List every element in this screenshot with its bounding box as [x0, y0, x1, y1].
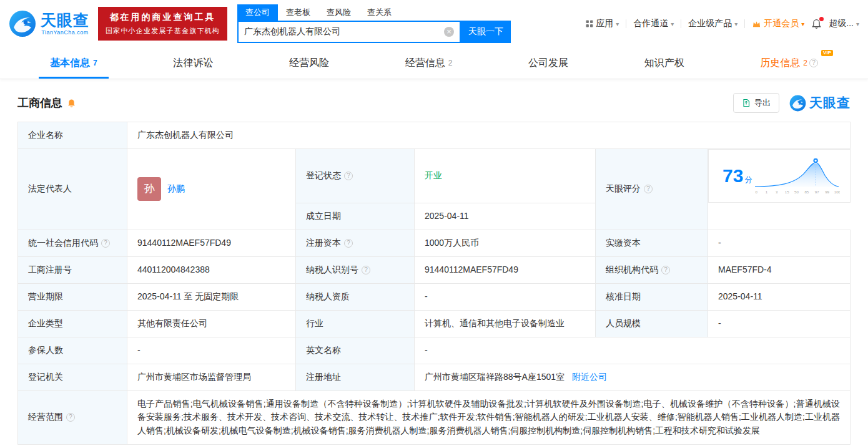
- nav-divider: [626, 19, 626, 28]
- nav-enterprise[interactable]: 企业级产品 ▾: [688, 18, 737, 29]
- search-input[interactable]: [244, 27, 444, 37]
- chevron-down-icon: ▾: [801, 21, 804, 27]
- nav-membership-label: 开通会员: [764, 18, 799, 29]
- tab-history-info[interactable]: VIP 历史信息 2 ?: [749, 47, 829, 79]
- paid-capital-label: 实缴资本: [606, 238, 641, 248]
- tab-operating-info[interactable]: 经营信息 2: [394, 47, 464, 79]
- clear-search-icon[interactable]: ×: [444, 27, 454, 37]
- business-scope-label: 经营范围: [28, 410, 63, 424]
- established-label: 成立日期: [306, 211, 341, 221]
- help-icon[interactable]: ?: [644, 185, 653, 193]
- monitor-bell-icon[interactable]: [67, 99, 76, 108]
- help-icon[interactable]: ?: [362, 266, 370, 274]
- approval-date-label: 核准日期: [606, 291, 641, 301]
- company-name-label: 企业名称: [28, 130, 63, 140]
- grid-icon: [586, 20, 593, 27]
- reg-authority-value: 广州市黄埔区市场监督管理局: [137, 372, 251, 382]
- nav-divider: [681, 19, 681, 28]
- tab-label: 基本信息: [50, 57, 90, 70]
- taxpayer-id-value: 91440112MAEF57FD49: [425, 264, 518, 274]
- credit-code-label: 统一社会信用代码: [28, 236, 98, 250]
- search-button[interactable]: 天眼一下: [461, 21, 511, 43]
- nav-partners[interactable]: 合作通道 ▾: [633, 18, 674, 29]
- svg-text:85: 85: [804, 190, 809, 194]
- paid-capital-value: -: [718, 238, 721, 248]
- brand-watermark[interactable]: 天眼查: [789, 94, 851, 112]
- staff-size-label: 人员规模: [606, 318, 641, 328]
- reg-number-label: 工商注册号: [28, 264, 72, 274]
- svg-text:1: 1: [765, 190, 767, 194]
- nav-enterprise-label: 企业级产品: [688, 18, 732, 29]
- table-row: 登记机关 广州市黄埔区市场监督管理局 注册地址 广州市黄埔区瑞祥路88号A座15…: [18, 364, 851, 390]
- help-icon[interactable]: ?: [66, 413, 75, 422]
- company-type-value: 其他有限责任公司: [137, 318, 207, 328]
- tab-company-development[interactable]: 公司发展: [517, 47, 579, 79]
- tab-count: 7: [93, 59, 97, 67]
- export-button[interactable]: 导出: [733, 93, 779, 113]
- chevron-down-icon: ▾: [671, 21, 674, 27]
- legal-rep-link[interactable]: 孙鹏: [167, 182, 185, 196]
- help-icon[interactable]: ?: [661, 266, 670, 274]
- search-tab-boss[interactable]: 查老板: [278, 4, 318, 21]
- nav-apps[interactable]: 应用 ▾: [586, 18, 619, 29]
- tab-label: 公司发展: [528, 57, 568, 70]
- promo-line1: 都在用的商业查询工具: [106, 12, 220, 23]
- nearby-companies-link[interactable]: 附近公司: [572, 372, 607, 382]
- svg-text:100: 100: [834, 190, 839, 194]
- table-row: 企业名称 广东杰创机器人有限公司: [18, 122, 851, 149]
- nav-divider: [744, 19, 745, 28]
- reg-status-value: 开业: [425, 170, 442, 180]
- reg-address-value: 广州市黄埔区瑞祥路88号A座1501室: [425, 372, 565, 382]
- notification-dot: [819, 17, 824, 21]
- taxpayer-id-label: 纳税人识别号: [306, 263, 358, 277]
- help-icon[interactable]: ?: [344, 172, 353, 180]
- help-icon[interactable]: ?: [101, 239, 110, 248]
- reg-capital-value: 1000万人民币: [425, 238, 479, 248]
- promo-banner: 都在用的商业查询工具 国家中小企业发展子基金旗下机构: [98, 7, 227, 41]
- score-distribution-chart: 0 1 3 15 50 85 97 99 100: [754, 156, 840, 196]
- reg-status-label: 登记状态: [306, 169, 341, 183]
- search-tab-company[interactable]: 查公司: [237, 4, 278, 21]
- svg-text:97: 97: [814, 190, 819, 194]
- search-tab-relation[interactable]: 查关系: [359, 4, 400, 21]
- established-value: 2025-04-11: [425, 211, 469, 221]
- tianyancha-logo[interactable]: 天眼查 TianYanCha.com: [9, 10, 89, 37]
- score-label: 天眼评分: [606, 182, 641, 196]
- svg-text:99: 99: [825, 190, 829, 194]
- tab-legal-litigation[interactable]: 法律诉讼: [162, 47, 224, 79]
- term-label: 营业期限: [28, 291, 63, 301]
- taxpayer-qualification-value: -: [425, 291, 428, 301]
- tab-intellectual-property[interactable]: 知识产权: [633, 47, 696, 79]
- legal-rep-avatar[interactable]: 孙: [137, 177, 161, 201]
- staff-size-value: -: [718, 318, 721, 328]
- approval-date-value: 2025-04-11: [718, 291, 762, 301]
- svg-text:50: 50: [794, 190, 799, 194]
- table-row: 法定代表人 孙 孙鹏 登记状态 ? 开业 天眼评分 ? 73 分: [18, 149, 851, 203]
- help-icon[interactable]: ?: [344, 239, 353, 248]
- insured-count-label: 参保人数: [28, 345, 63, 355]
- term-value: 2025-04-11 至 无固定期限: [137, 291, 239, 301]
- tab-basic-info[interactable]: 基本信息 7: [39, 47, 109, 79]
- brand-logo-icon: [789, 95, 806, 112]
- tab-operating-risk[interactable]: 经营风险: [278, 47, 340, 79]
- legal-rep-label: 法定代表人: [28, 183, 72, 193]
- search-tabs: 查公司 查老板 查风险 查关系: [237, 4, 511, 21]
- search-tab-risk[interactable]: 查风险: [318, 4, 359, 21]
- business-scope-value: 电子产品销售;电气机械设备销售;通用设备制造（不含特种设备制造）;计算机软硬件及…: [137, 399, 840, 435]
- industry-value: 计算机、通信和其他电子设备制造业: [425, 318, 565, 328]
- org-code-value: MAEF57FD-4: [718, 264, 772, 274]
- reg-address-label: 注册地址: [306, 372, 341, 382]
- score-unit: 分: [744, 174, 752, 186]
- svg-text:0: 0: [755, 190, 757, 194]
- table-row: 参保人数 - 英文名称 -: [18, 337, 851, 364]
- company-type-label: 企业类型: [28, 318, 63, 328]
- notification-bell[interactable]: [811, 19, 822, 29]
- nav-super-vip[interactable]: 超级... ▾: [829, 18, 859, 29]
- tab-label: 经营风险: [289, 57, 329, 70]
- english-name-value: -: [425, 345, 428, 355]
- reg-authority-label: 登记机关: [28, 372, 63, 382]
- table-row: 工商注册号 440112004842388 纳税人识别号 ? 91440112M…: [18, 256, 851, 283]
- help-icon[interactable]: ?: [809, 59, 818, 67]
- tab-count: 2: [803, 59, 807, 67]
- nav-membership[interactable]: 开通会员 ▾: [752, 18, 804, 29]
